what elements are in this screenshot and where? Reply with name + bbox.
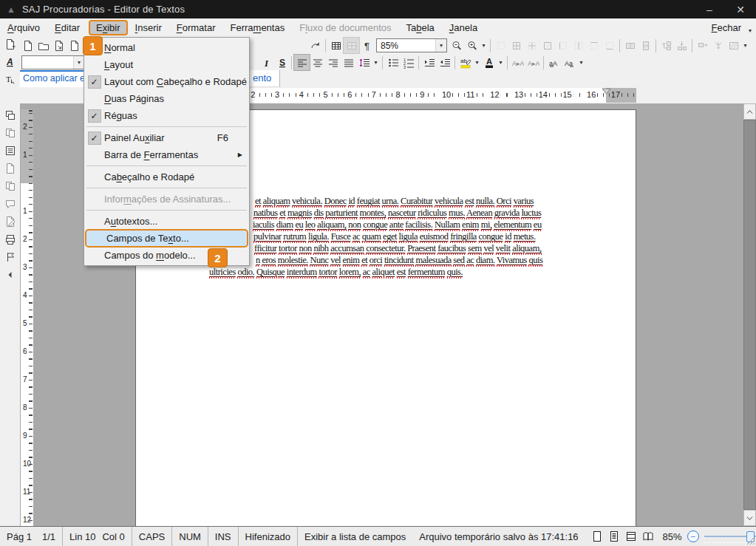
view-layout-icon[interactable] [607,529,622,544]
import-document-icon[interactable] [51,38,67,53]
align-left-icon[interactable] [294,55,310,70]
menu-item-layout[interactable]: Layout [84,56,249,73]
menu-item-normal[interactable]: Normal [84,39,249,56]
menubar-inserir[interactable]: Inserir [128,20,169,35]
resize-grip[interactable] [746,536,755,545]
menubar-formatar[interactable]: Formatar [169,20,223,35]
menu-gutter: ✓ [84,109,104,123]
line-spacing-icon[interactable] [356,55,372,70]
align-center-icon[interactable] [310,55,325,70]
scroll-down-button[interactable] [743,510,756,526]
menubar-exibir[interactable]: Exibir [89,20,128,35]
zoom-out-icon[interactable] [449,38,464,53]
format-font-icon[interactable]: A [1,53,19,71]
lowercase-icon[interactable]: Aa [562,55,577,70]
vertical-ruler[interactable]: 21123456789101112 [21,109,33,526]
ruler-number: 15 [561,90,573,100]
status-num-toggle[interactable]: NUM [172,527,208,546]
filter-fields-icon[interactable] [1,248,19,266]
view-header-footer-icon[interactable] [624,529,638,544]
menubar-fechar[interactable]: Fechar [704,20,749,35]
border-top-icon [586,38,602,53]
menubar-arquivo[interactable]: Arquivo [0,20,47,35]
menu-item-painel-auxiliar[interactable]: ✓Painel AuxiliarF6 [84,129,249,146]
font-color-icon[interactable]: A [481,55,497,70]
numbered-list-icon[interactable]: 123 [401,55,416,70]
print-icon[interactable] [1,231,19,248]
vertical-scrollbar[interactable] [743,103,756,526]
flow-forward-icon [695,38,710,53]
highlight-icon[interactable]: ab [457,55,473,70]
zoom-out-button[interactable]: − [687,530,699,542]
zoom-in-icon[interactable] [464,38,480,53]
menu-item-layout-com-cabeçalho-e-rodapé[interactable]: ✓Layout com Cabeçalho e Rodapé [84,73,249,90]
menu-bar: ArquivoEditarExibirInserirFormatarFerram… [0,18,756,37]
menu-item-barra-de-ferramentas[interactable]: Barra de Ferramentas▶ [84,146,249,163]
insert-table-icon[interactable] [328,38,344,53]
view-normal-icon[interactable] [590,529,605,544]
apply-style-icon[interactable]: T [1,71,19,89]
combo-arrow-icon[interactable]: ▾ [435,39,446,52]
italic-icon[interactable]: I [258,55,273,70]
status-caps-toggle[interactable]: CAPS [132,527,172,546]
dropdown-arrow-icon[interactable]: ▾ [497,55,505,70]
menu-item-réguas[interactable]: ✓Réguas [84,107,249,124]
toolbar-separator [619,39,620,52]
ruler-number: 8 [395,90,402,100]
menubar-tabela[interactable]: Tabela [399,20,442,35]
dropdown-arrow-icon[interactable]: ▾ [577,55,585,70]
cell-shading-icon [726,38,741,53]
justify-icon[interactable] [341,55,356,70]
copy-icon [1,124,19,142]
menu-item-campos-de-texto[interactable]: Campos de Texto... [85,229,248,248]
dropdown-arrow-icon[interactable]: ▾ [372,55,380,70]
combo-arrow-icon[interactable]: ▾ [73,56,84,69]
menubar-editar[interactable]: Editar [47,20,87,35]
svg-text:A: A [486,57,492,66]
ruler-number: 3 [23,263,27,271]
align-right-icon[interactable] [325,55,341,70]
arrange-windows-icon[interactable] [1,106,19,124]
increase-indent-icon[interactable] [421,55,437,70]
zoom-combo[interactable]: 85%▾ [376,38,447,52]
field-list-icon[interactable] [1,142,19,160]
document-tab[interactable]: ento [250,70,280,87]
bullet-list-icon[interactable] [385,55,401,70]
svg-text:T: T [6,75,11,83]
decrease-indent-icon[interactable] [437,55,452,70]
collapse-panel-icon[interactable] [1,266,19,284]
scroll-up-button[interactable] [743,103,756,120]
ruler-number: 14 [537,90,549,100]
dropdown-arrow-icon[interactable]: ▾ [480,38,488,53]
menubar-fluxo-de-documentos[interactable]: Fluxo de documentos [292,20,398,35]
view-two-pages-icon[interactable] [641,529,655,544]
menu-item-cabeçalho-e-rodapé[interactable]: Cabeçalho e Rodapé [84,168,249,185]
font-combo[interactable]: ▾ [21,55,85,69]
document-icon[interactable] [67,38,82,53]
menu-shortcut: F6 [217,132,249,143]
menu-item-duas-páginas[interactable]: Duas Páginas [84,90,249,107]
menu-item-informações-de-assinaturas: Informações de Assinaturas... [84,191,249,208]
status-hyphen-toggle[interactable]: Hifenizado [239,527,298,546]
underline-icon[interactable]: S [273,55,289,70]
table-gridlines-icon [344,38,359,53]
menu-item-autotextos[interactable]: Autotextos... [84,213,249,230]
close-button[interactable]: ✕ [725,0,756,18]
new-document-icon[interactable] [1,35,19,53]
how-to-apply-link[interactable]: Como aplicar e [20,72,84,83]
dropdown-arrow-icon[interactable]: ▾ [741,38,749,53]
uppercase-icon[interactable]: aA [546,55,562,70]
ruler-number: 7 [23,375,27,383]
menubar-ferramentas[interactable]: Ferramentas [222,20,292,35]
dropdown-arrow-icon[interactable]: ▾ [473,55,481,70]
open-document-icon[interactable] [35,38,51,53]
minimize-button[interactable]: – [694,0,725,18]
status-ins-toggle[interactable]: INS [208,527,239,546]
toolbar-overflow-icon[interactable]: ▾ [749,21,756,34]
redo-icon[interactable] [307,38,323,53]
scrollbar-thumb[interactable] [743,120,756,510]
title-bar: ▲ SAJ Procuradorias - Editor de Textos –… [0,0,756,18]
menubar-janela[interactable]: Janela [442,20,485,35]
new-blank-document-icon[interactable] [20,38,35,53]
paragraph-marks-icon[interactable]: ¶ [359,38,375,53]
